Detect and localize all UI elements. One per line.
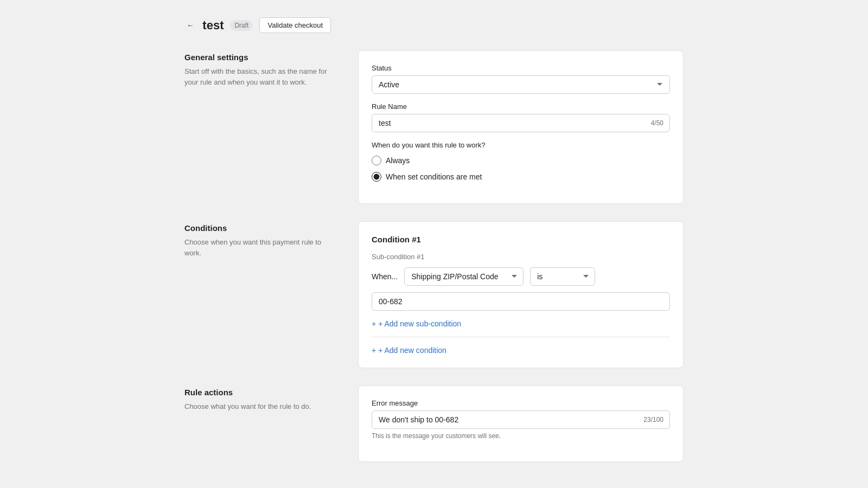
page-title: test <box>202 18 224 33</box>
radio-conditions-input[interactable] <box>372 172 381 182</box>
page-header: ← test Draft Validate checkout <box>184 17 684 33</box>
error-msg-counter: 23/100 <box>643 416 663 423</box>
back-button[interactable]: ← <box>184 19 196 31</box>
add-sub-condition-button[interactable]: + + Add new sub-condition <box>372 319 461 328</box>
condition-1-title: Condition #1 <box>372 235 670 244</box>
divider <box>372 337 670 337</box>
conditions-meta: Conditions Choose when you want this pay… <box>184 221 336 368</box>
general-settings-section: General settings Start off with the basi… <box>184 50 684 204</box>
error-msg-group: Error message 23/100 This is the message… <box>372 399 670 440</box>
radio-always-input[interactable] <box>372 156 381 165</box>
conditions-card: Condition #1 Sub-condition #1 When... Sh… <box>358 221 684 368</box>
rule-actions-meta: Rule actions Choose what you want for th… <box>184 386 336 462</box>
draft-badge: Draft <box>230 20 253 31</box>
rule-actions-desc: Choose what you want for the rule to do. <box>184 401 336 412</box>
radio-always-option[interactable]: Always <box>372 156 670 165</box>
error-msg-input-wrapper: 23/100 <box>372 410 670 429</box>
add-condition-label: + Add new condition <box>378 346 446 355</box>
sub-condition-label: Sub-condition #1 <box>372 253 670 261</box>
condition-operator-select[interactable]: is is not contains starts with <box>530 267 595 286</box>
general-settings-title: General settings <box>184 53 336 62</box>
conditions-title: Conditions <box>184 223 336 233</box>
rule-actions-title: Rule actions <box>184 388 336 397</box>
status-select[interactable]: Active Inactive <box>372 75 670 94</box>
validate-checkout-button[interactable]: Validate checkout <box>259 17 331 33</box>
rule-actions-card: Error message 23/100 This is the message… <box>358 386 684 462</box>
when-question: When do you want this rule to work? <box>372 141 670 149</box>
error-msg-help: This is the message your customers will … <box>372 432 670 440</box>
condition-value-group <box>372 292 670 311</box>
radio-conditions-option[interactable]: When set conditions are met <box>372 172 670 182</box>
rule-actions-section: Rule actions Choose what you want for th… <box>184 386 684 462</box>
general-settings-card: Status Active Inactive Rule Name 4/50 Wh… <box>358 50 684 204</box>
rule-name-counter: 4/50 <box>651 119 663 127</box>
condition-value-input[interactable] <box>372 292 670 311</box>
general-settings-meta: General settings Start off with the basi… <box>184 50 336 204</box>
radio-conditions-label: When set conditions are met <box>386 172 482 181</box>
radio-group: Always When set conditions are met <box>372 156 670 182</box>
general-settings-desc: Start off with the basics, such as the n… <box>184 66 336 87</box>
plus-icon: + <box>372 319 376 328</box>
add-sub-condition-label: + Add new sub-condition <box>378 319 461 328</box>
status-label: Status <box>372 64 670 72</box>
conditions-desc: Choose when you want this payment rule t… <box>184 237 336 258</box>
conditions-section: Conditions Choose when you want this pay… <box>184 221 684 368</box>
back-icon: ← <box>187 21 194 29</box>
rule-name-label: Rule Name <box>372 102 670 111</box>
error-msg-input[interactable] <box>372 410 670 429</box>
when-question-group: When do you want this rule to work? Alwa… <box>372 141 670 182</box>
rule-name-group: Rule Name 4/50 <box>372 102 670 132</box>
rule-name-input-wrapper: 4/50 <box>372 114 670 132</box>
condition-row: When... Shipping ZIP/Postal Code Billing… <box>372 267 670 286</box>
when-label: When... <box>372 272 398 281</box>
plus-icon-2: + <box>372 346 376 355</box>
add-condition-button[interactable]: + + Add new condition <box>372 346 446 355</box>
rule-name-input[interactable] <box>372 114 670 132</box>
radio-always-label: Always <box>386 156 410 165</box>
error-msg-label: Error message <box>372 399 670 407</box>
condition-type-select[interactable]: Shipping ZIP/Postal Code Billing ZIP/Pos… <box>404 267 524 286</box>
status-group: Status Active Inactive <box>372 64 670 94</box>
